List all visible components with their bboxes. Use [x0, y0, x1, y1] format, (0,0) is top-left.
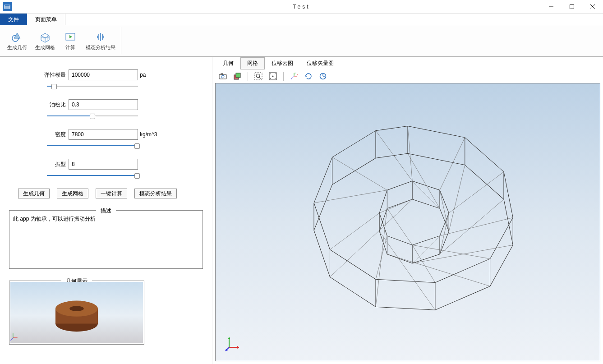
mode-shape-slider[interactable] [47, 172, 138, 179]
description-fieldset: 描述 此 app 为轴承，可以进行振动分析 [9, 210, 203, 269]
svg-line-72 [332, 157, 387, 190]
svg-line-84 [440, 213, 449, 254]
gen-geometry-button[interactable]: 生成几何 [18, 189, 50, 198]
app-icon [3, 2, 12, 11]
elastic-modulus-unit: pa [140, 72, 146, 78]
poisson-label: 泊松比 [41, 101, 69, 109]
svg-line-28 [259, 77, 261, 79]
svg-marker-53 [379, 181, 449, 245]
svg-rect-25 [236, 73, 240, 78]
tab-geometry[interactable]: 几何 [216, 57, 240, 69]
svg-line-75 [449, 165, 465, 231]
minimize-button[interactable] [541, 0, 562, 14]
svg-line-64 [440, 138, 465, 190]
view-tabs: 几何 网格 位移云图 位移矢量图 [212, 57, 603, 69]
toolbar-axis-orient-icon[interactable]: xyz [288, 71, 300, 82]
titlebar: Test [0, 0, 603, 14]
menu-page[interactable]: 页面菜单 [27, 14, 65, 25]
svg-line-81 [330, 199, 413, 277]
tab-disp-vector[interactable]: 位移矢量图 [300, 57, 341, 69]
svg-line-83 [440, 190, 449, 231]
svg-line-88 [379, 199, 412, 213]
mesh-icon [39, 31, 51, 43]
modal-results-icon [94, 31, 107, 43]
ribbon-modal-results[interactable]: 模态分析结果 [82, 27, 119, 55]
main-viewport[interactable] [215, 83, 600, 361]
svg-point-30 [272, 76, 274, 77]
density-slider[interactable] [47, 143, 138, 149]
poisson-input[interactable] [69, 99, 138, 110]
ribbon-gen-geometry[interactable]: 生成几何 [4, 27, 31, 55]
density-label: 密度 [41, 131, 69, 138]
toolbar-rotate-icon[interactable] [303, 71, 314, 82]
svg-line-71 [314, 190, 387, 203]
one-click-compute-button[interactable]: 一键计算 [96, 189, 127, 198]
axis-indicator-icon [225, 334, 243, 352]
svg-point-27 [256, 74, 260, 78]
elastic-modulus-slider[interactable] [47, 83, 138, 89]
svg-line-20 [10, 338, 13, 341]
elastic-modulus-input[interactable] [69, 69, 138, 80]
description-text: 此 app 为轴承，可以进行振动分析 [13, 215, 199, 223]
toolbar-zoom-box-icon[interactable] [253, 71, 264, 82]
svg-rect-0 [5, 5, 10, 9]
svg-line-76 [440, 199, 504, 254]
menubar: 文件 页面菜单 [0, 14, 603, 25]
toolbar-layers-icon[interactable] [231, 71, 243, 82]
svg-line-33 [292, 76, 294, 78]
svg-rect-4 [570, 5, 574, 9]
density-unit: kg/m^3 [140, 131, 157, 138]
mode-shape-input[interactable] [69, 159, 138, 170]
svg-line-67 [412, 245, 490, 258]
description-legend: 描述 [96, 207, 116, 215]
svg-marker-40 [314, 126, 513, 283]
view-toolbar: xyz [212, 69, 603, 83]
geometry-preview-viewport[interactable] [10, 282, 143, 343]
svg-line-86 [387, 208, 412, 245]
svg-line-66 [440, 217, 513, 236]
toolbar-zoom-extents-icon[interactable] [267, 71, 279, 82]
toolbar-snapshot-icon[interactable] [217, 71, 229, 82]
ribbon-gen-mesh[interactable]: 生成网格 [32, 27, 59, 55]
elastic-modulus-label: 弹性模量 [41, 71, 69, 79]
viewport-panel: 几何 网格 位移云图 位移矢量图 xyz [212, 57, 603, 364]
svg-line-70 [330, 213, 380, 249]
svg-line-78 [387, 254, 490, 286]
svg-line-87 [379, 213, 387, 236]
svg-point-17 [69, 306, 83, 311]
svg-text:x: x [297, 73, 298, 76]
ribbon: 生成几何 生成网格 计算 模态分析结果 [0, 25, 603, 57]
svg-marker-41 [314, 153, 513, 310]
mode-shape-label: 振型 [41, 161, 69, 168]
tab-disp-contour[interactable]: 位移云图 [265, 57, 300, 69]
geometry-icon [11, 31, 23, 43]
svg-marker-54 [379, 199, 449, 263]
window-title: Test [293, 4, 310, 10]
svg-text:y: y [295, 72, 296, 74]
svg-point-22 [221, 75, 224, 78]
mesh-wireframe [216, 83, 600, 361]
modal-results-button[interactable]: 模态分析结果 [134, 189, 177, 198]
density-input[interactable] [69, 129, 138, 140]
geometry-preview-fieldset: 几何展示 [9, 281, 144, 345]
poisson-slider[interactable] [47, 113, 138, 119]
svg-line-73 [376, 131, 412, 181]
svg-line-68 [412, 245, 435, 282]
toolbar-reset-view-icon[interactable] [317, 71, 329, 82]
gen-mesh-button[interactable]: 生成网格 [57, 189, 88, 198]
ribbon-compute[interactable]: 计算 [60, 27, 81, 55]
svg-line-80 [376, 208, 387, 307]
menu-file[interactable]: 文件 [0, 14, 27, 25]
tab-mesh[interactable]: 网格 [240, 57, 265, 69]
maximize-button[interactable] [562, 0, 582, 14]
close-button[interactable] [582, 0, 603, 14]
parameters-panel: 弹性模量 pa 泊松比 密度 kg/m^3 振型 生成几何 生成网格 一键计算 [0, 57, 212, 364]
compute-icon [64, 31, 77, 43]
svg-line-65 [449, 172, 504, 213]
